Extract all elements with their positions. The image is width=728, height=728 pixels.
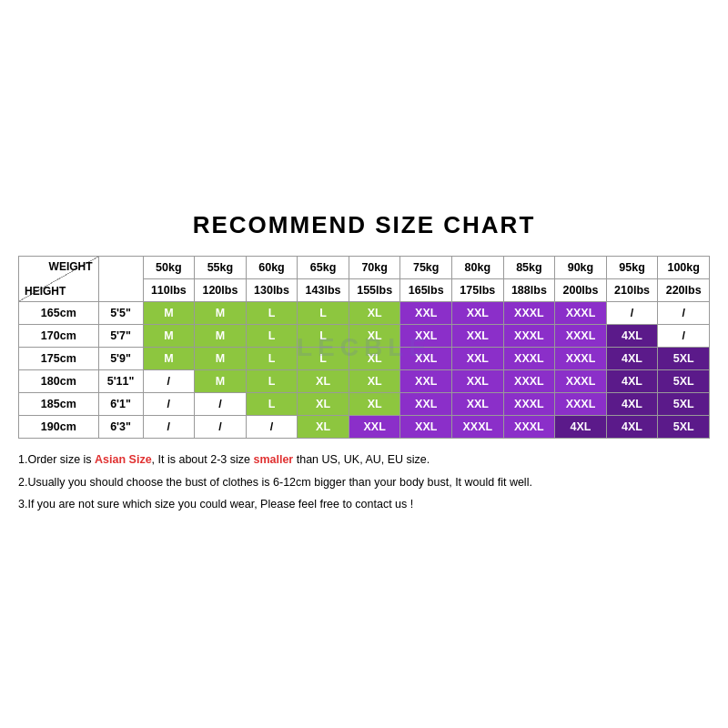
notes-section: 1.Order size is Asian Size, It is about …: [18, 450, 710, 517]
size-cell: XXXL: [452, 416, 504, 439]
ft-label-5: 6'3": [98, 416, 143, 439]
size-cell: M: [143, 302, 195, 325]
size-cell: M: [195, 370, 247, 393]
table-row: 170cm5'7"MMLLXLXXLXXLXXXLXXXL4XL/: [19, 325, 710, 348]
weight-header-9: 95kg: [606, 257, 658, 279]
note-1-mid: , It is about 2-3 size: [152, 453, 254, 466]
ft-label-0: 5'5": [98, 302, 143, 325]
size-cell: /: [246, 416, 298, 439]
size-cell: 4XL: [606, 393, 658, 416]
size-cell: XL: [349, 302, 400, 325]
size-cell: XXXL: [503, 325, 555, 348]
table-row: 175cm5'9"MMLLXLXXLXXLXXXLXXXL4XL5XL: [19, 348, 710, 370]
cm-label-4: 185cm: [19, 393, 99, 416]
note-1: 1.Order size is Asian Size, It is about …: [18, 450, 710, 470]
size-cell: L: [246, 393, 298, 416]
size-cell: /: [143, 393, 195, 416]
corner-height-label: HEIGHT: [25, 285, 66, 298]
table-row: 185cm6'1"//LXLXLXXLXXLXXXLXXXL4XL5XL: [19, 393, 710, 416]
lbs-header-2: 130lbs: [246, 279, 298, 302]
lbs-header-3: 143lbs: [298, 279, 349, 302]
size-cell: XXL: [400, 393, 452, 416]
weight-header-0: 50kg: [143, 257, 195, 279]
weight-header-6: 80kg: [452, 257, 504, 279]
weight-header-3: 65kg: [298, 257, 349, 279]
size-cell: XXXL: [503, 370, 555, 393]
size-cell: L: [246, 325, 298, 348]
size-cell: XXXL: [555, 370, 607, 393]
lbs-header-1: 120lbs: [195, 279, 247, 302]
size-cell: 5XL: [658, 393, 710, 416]
size-cell: XL: [349, 325, 400, 348]
ft-label-3: 5'11": [98, 370, 143, 393]
cm-label-3: 180cm: [19, 370, 99, 393]
lbs-header-7: 188lbs: [503, 279, 555, 302]
lbs-header-8: 200lbs: [555, 279, 607, 302]
size-cell: XXL: [400, 302, 452, 325]
note-1-after: than US, UK, AU, EU size.: [293, 453, 430, 466]
size-cell: XXL: [452, 393, 504, 416]
corner-weight-label: WEIGHT: [49, 260, 93, 273]
ft-label-4: 6'1": [98, 393, 143, 416]
size-cell: M: [143, 348, 195, 370]
size-cell: XXL: [400, 348, 452, 370]
table-row: 165cm5'5"MMLLXLXXLXXLXXXLXXXL//: [19, 302, 710, 325]
size-cell: XL: [298, 370, 349, 393]
ft-label-1: 5'7": [98, 325, 143, 348]
size-cell: XL: [349, 393, 400, 416]
size-cell: 5XL: [658, 348, 710, 370]
size-cell: XL: [298, 416, 349, 439]
cm-label-0: 165cm: [19, 302, 99, 325]
page-title: RECOMMEND SIZE CHART: [193, 211, 536, 239]
size-cell: XXXL: [555, 348, 607, 370]
size-cell: XL: [298, 393, 349, 416]
note-2: 2.Usually you should choose the bust of …: [18, 472, 710, 493]
size-cell: XXL: [452, 325, 504, 348]
lbs-header-0: 110lbs: [143, 279, 195, 302]
size-cell: /: [606, 302, 658, 325]
size-cell: L: [246, 370, 298, 393]
size-cell: XXXL: [503, 302, 555, 325]
size-cell: 4XL: [606, 416, 658, 439]
size-cell: XL: [349, 370, 400, 393]
size-cell: XXXL: [555, 325, 607, 348]
size-cell: 4XL: [555, 416, 607, 439]
weight-header-1: 55kg: [195, 257, 247, 279]
weight-header-2: 60kg: [246, 257, 298, 279]
size-cell: XXL: [400, 416, 452, 439]
size-cell: XXL: [452, 370, 504, 393]
size-cell: XXL: [400, 325, 452, 348]
lbs-header-5: 165lbs: [400, 279, 452, 302]
size-cell: L: [298, 348, 349, 370]
note-1-num: 1.Order size is: [18, 453, 95, 466]
table-row: 180cm5'11"/MLXLXLXXLXXLXXXLXXXL4XL5XL: [19, 370, 710, 393]
lbs-header-10: 220lbs: [658, 279, 710, 302]
size-cell: XXXL: [503, 416, 555, 439]
cm-label-5: 190cm: [19, 416, 99, 439]
ft-label-2: 5'9": [98, 348, 143, 370]
size-cell: L: [298, 325, 349, 348]
size-cell: /: [195, 393, 247, 416]
note-3: 3.If you are not sure which size you cou…: [18, 494, 710, 515]
size-cell: M: [195, 348, 247, 370]
size-cell: M: [195, 302, 247, 325]
weight-header-4: 70kg: [349, 257, 400, 279]
cm-label-2: 175cm: [19, 348, 99, 370]
size-cell: L: [246, 348, 298, 370]
lbs-header-6: 175lbs: [452, 279, 504, 302]
lbs-header-4: 155lbs: [349, 279, 400, 302]
note-1-smaller: smaller: [253, 453, 293, 466]
size-cell: /: [658, 302, 710, 325]
size-cell: XXL: [349, 416, 400, 439]
size-cell: /: [658, 325, 710, 348]
size-cell: XXL: [400, 370, 452, 393]
weight-header-10: 100kg: [658, 257, 710, 279]
size-cell: XXXL: [503, 393, 555, 416]
note-1-asian-size: Asian Size: [95, 453, 152, 466]
size-cell: /: [143, 416, 195, 439]
size-chart-wrapper: LECBLE WEIGHTHEIGHT50kg55kg60kg65kg70kg7…: [18, 256, 710, 439]
size-cell: 5XL: [658, 416, 710, 439]
size-cell: L: [246, 302, 298, 325]
size-cell: 4XL: [606, 325, 658, 348]
cm-label-1: 170cm: [19, 325, 99, 348]
